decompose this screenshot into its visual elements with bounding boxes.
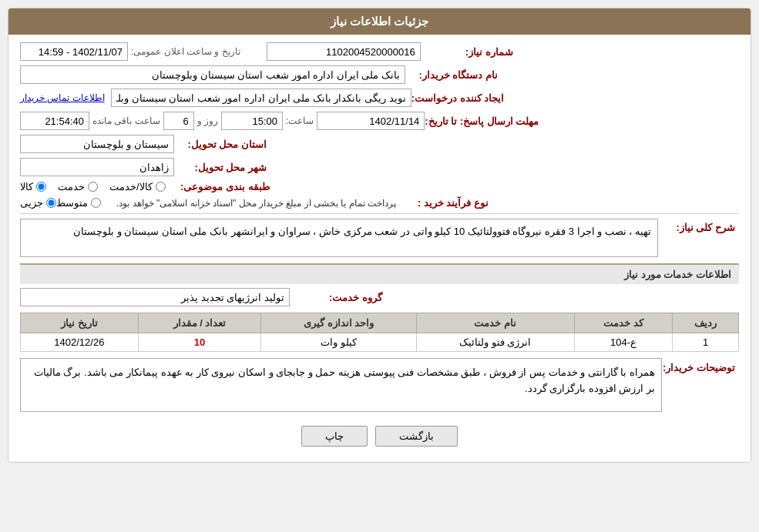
creator-input — [111, 89, 411, 107]
need-desc-label: شرح کلی نیاز: — [658, 219, 735, 257]
table-row: 1ع-104انرژی فتو ولتائیککیلو وات101402/12… — [21, 333, 739, 352]
services-section-title: اطلاعات خدمات مورد نیاز — [20, 263, 739, 284]
deadline-remain-input — [20, 112, 89, 130]
datetime-input — [20, 42, 128, 61]
services-table: ردیف کد خدمت نام خدمت واحد اندازه گیری ت… — [20, 313, 739, 352]
creator-label: ایجاد کننده درخواست: — [411, 92, 505, 104]
process-medium-option: متوسط — [56, 197, 101, 209]
process-label: نوع فرآیند خرید : — [396, 197, 489, 209]
deadline-label: مهلت ارسال پاسخ: تا تاریخ: — [425, 115, 539, 127]
col-date: تاریخ نیاز — [21, 313, 139, 333]
category-goods-service-label: کالا/خدمت — [109, 181, 153, 192]
col-unit: واحد اندازه گیری — [261, 313, 416, 333]
category-service-option: خدمت — [58, 181, 98, 192]
contact-link[interactable]: اطلاعات تماس خریدار — [20, 92, 105, 103]
buyer-desc-label: توضیحات خریدار: — [662, 358, 739, 412]
button-bar: بازگشت چاپ — [20, 418, 739, 454]
buyer-org-label: نام دستگاه خریدار: — [405, 69, 498, 81]
print-button[interactable]: چاپ — [301, 426, 368, 447]
category-goods-option: کالا — [20, 181, 46, 192]
col-row: ردیف — [673, 313, 739, 333]
need-number-label: شماره نیاز: — [421, 46, 513, 58]
category-goods-service-option: کالا/خدمت — [109, 181, 166, 192]
process-partial-option: جزیی — [20, 197, 56, 209]
category-label: طبقه بندی موضوعی: — [177, 181, 270, 192]
category-goods-label: کالا — [20, 181, 33, 192]
category-service-label: خدمت — [58, 181, 85, 192]
process-partial-radio[interactable] — [46, 198, 56, 208]
service-group-label: گروه خدمت: — [290, 292, 382, 303]
deadline-time-input — [221, 112, 283, 130]
deadline-days-input — [163, 112, 194, 130]
category-goods-radio[interactable] — [36, 182, 46, 192]
col-name: نام خدمت — [416, 313, 574, 333]
province-label: استان محل تحویل: — [174, 139, 267, 150]
back-button[interactable]: بازگشت — [375, 426, 458, 447]
datetime-label: تاریخ و ساعت اعلان عمومی: — [131, 46, 240, 57]
need-number-input — [267, 42, 421, 61]
page-title: جزئیات اطلاعات نیاز — [8, 8, 751, 35]
service-group-input — [20, 288, 290, 306]
process-desc: پرداخت تمام یا بخشی از مبلغ خریدار محل "… — [116, 198, 396, 209]
deadline-time-label: ساعت: — [286, 115, 314, 126]
city-input — [20, 158, 174, 176]
category-goods-service-radio[interactable] — [156, 182, 166, 192]
deadline-day-label: روز و — [197, 115, 218, 126]
category-service-radio[interactable] — [88, 182, 98, 192]
province-input — [20, 135, 174, 153]
deadline-remain-label: ساعت باقی مانده — [92, 115, 160, 126]
buyer-desc-box: همراه با گارانتی و خدمات پس از فروش ، طب… — [20, 358, 662, 412]
need-desc-box: تهیه ، نصب و اجرا 3 فقره نیروگاه فتوولتا… — [20, 219, 658, 257]
process-medium-label: متوسط — [56, 197, 88, 209]
col-code: کد خدمت — [574, 313, 673, 333]
city-label: شهر محل تحویل: — [174, 162, 267, 173]
process-medium-radio[interactable] — [91, 198, 101, 208]
buyer-org-input — [20, 65, 405, 84]
process-partial-label: جزیی — [20, 197, 43, 209]
col-qty: تعداد / مقدار — [138, 313, 261, 333]
services-table-section: ردیف کد خدمت نام خدمت واحد اندازه گیری ت… — [20, 313, 739, 352]
deadline-date-input — [317, 112, 425, 130]
